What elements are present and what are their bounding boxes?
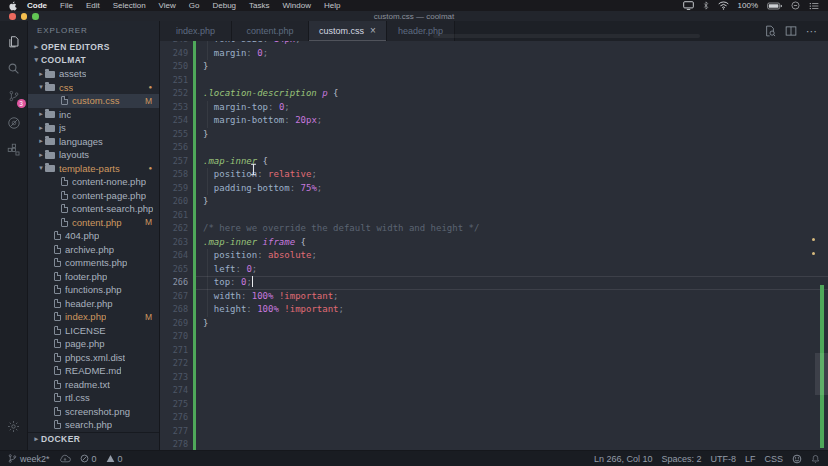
code-line[interactable]: 276 xyxy=(160,411,828,425)
code-line[interactable]: 262/* here we override the default width… xyxy=(160,222,828,236)
menu-list-icon[interactable] xyxy=(809,2,819,10)
activity-explorer-icon[interactable] xyxy=(0,28,28,55)
code-line[interactable]: 272 xyxy=(160,357,828,371)
code-line[interactable]: 271 xyxy=(160,344,828,358)
line-number[interactable]: 261 xyxy=(160,209,188,223)
menu-edit[interactable]: Edit xyxy=(86,1,100,10)
code-line[interactable]: 249 margin: 0; xyxy=(160,47,828,61)
menu-file[interactable]: File xyxy=(60,1,73,10)
code-line[interactable]: 265 left: 0; xyxy=(160,263,828,277)
code-line[interactable]: 252.location-description p { xyxy=(160,87,828,101)
line-number[interactable]: 265 xyxy=(160,263,188,277)
tab-content.php[interactable]: content.php xyxy=(232,21,309,41)
line-number[interactable]: 258 xyxy=(160,168,188,182)
code-line[interactable]: 267 width: 100% !important; xyxy=(160,290,828,304)
code-line[interactable]: 254 margin-bottom: 20px; xyxy=(160,114,828,128)
tree-folder-template-parts[interactable]: ▾template-parts● xyxy=(28,162,159,176)
menu-help[interactable]: Help xyxy=(324,1,340,10)
status-git-branch[interactable]: week2* xyxy=(8,453,50,464)
menu-selection[interactable]: Selection xyxy=(113,1,146,10)
tree-file-screenshot.png[interactable]: screenshot.png xyxy=(28,405,159,419)
status-feedback[interactable] xyxy=(792,454,802,464)
line-number[interactable]: 257 xyxy=(160,155,188,169)
battery-level[interactable]: 100% xyxy=(738,1,758,10)
code-line[interactable]: 255} xyxy=(160,128,828,142)
tree-file-search.php[interactable]: search.php xyxy=(28,418,159,432)
code-line[interactable]: 266 top: 0; xyxy=(160,276,828,290)
tab-header.php[interactable]: header.php xyxy=(387,21,455,41)
line-number[interactable]: 254 xyxy=(160,114,188,128)
activity-settings-icon[interactable] xyxy=(0,413,28,440)
tree-file-readme.md[interactable]: README.md xyxy=(28,364,159,378)
menu-code[interactable]: Code xyxy=(27,1,47,10)
line-number[interactable]: 268 xyxy=(160,303,188,317)
status-warnings[interactable]: 0 xyxy=(106,454,123,464)
tree-file-archive.php[interactable]: archive.php xyxy=(28,243,159,257)
code-line[interactable]: 260} xyxy=(160,195,828,209)
editor[interactable]: 248 font-size: 14px;249 margin: 0;250}25… xyxy=(160,41,828,450)
line-number[interactable]: 267 xyxy=(160,290,188,304)
control-center-icon[interactable] xyxy=(791,1,800,10)
code-line[interactable]: 259 padding-bottom: 75%; xyxy=(160,182,828,196)
line-number[interactable]: 255 xyxy=(160,128,188,142)
code-line[interactable]: 269} xyxy=(160,317,828,331)
status-encoding[interactable]: UTF-8 xyxy=(710,454,736,464)
tree-folder-layouts[interactable]: ▸layouts xyxy=(28,148,159,162)
code-line[interactable]: 256 xyxy=(160,141,828,155)
line-number[interactable]: 259 xyxy=(160,182,188,196)
menu-window[interactable]: Window xyxy=(283,1,311,10)
zoom-window-button[interactable] xyxy=(32,13,39,20)
code-line[interactable]: 257.map-inner { xyxy=(160,155,828,169)
line-number[interactable]: 262 xyxy=(160,222,188,236)
line-number[interactable]: 271 xyxy=(160,344,188,358)
activity-source-control-icon[interactable]: 3 xyxy=(0,82,28,109)
bluetooth-icon[interactable] xyxy=(703,1,709,10)
tree-file-index.php[interactable]: index.phpM xyxy=(28,310,159,324)
line-number[interactable]: 274 xyxy=(160,384,188,398)
line-number[interactable]: 272 xyxy=(160,357,188,371)
line-number[interactable]: 260 xyxy=(160,195,188,209)
minimize-window-button[interactable] xyxy=(21,13,28,20)
tree-file-license[interactable]: LICENSE xyxy=(28,324,159,338)
line-number[interactable]: 276 xyxy=(160,411,188,425)
code-line[interactable]: 264 position: absolute; xyxy=(160,249,828,263)
tree-file-functions.php[interactable]: functions.php xyxy=(28,283,159,297)
status-eol[interactable]: LF xyxy=(745,454,756,464)
tree-folder-languages[interactable]: ▸languages xyxy=(28,135,159,149)
tree-file-footer.php[interactable]: footer.php xyxy=(28,270,159,284)
line-number[interactable]: 252 xyxy=(160,87,188,101)
open-preview-icon[interactable] xyxy=(764,25,776,37)
activity-debug-icon[interactable] xyxy=(0,109,28,136)
code-line[interactable]: 273 xyxy=(160,371,828,385)
status-cursor-position[interactable]: Ln 266, Col 10 xyxy=(594,454,653,464)
code-line[interactable]: 274 xyxy=(160,384,828,398)
tab-index.php[interactable]: index.php xyxy=(160,21,232,41)
close-tab-icon[interactable]: × xyxy=(370,26,376,36)
line-number[interactable]: 253 xyxy=(160,101,188,115)
line-number[interactable]: 269 xyxy=(160,317,188,331)
code-line[interactable]: 277 xyxy=(160,425,828,439)
tree-file-content-none.php[interactable]: content-none.php xyxy=(28,175,159,189)
code-line[interactable]: 278 xyxy=(160,438,828,450)
line-number[interactable]: 264 xyxy=(160,249,188,263)
code-line[interactable]: 261 xyxy=(160,209,828,223)
apple-menu-icon[interactable] xyxy=(9,1,17,11)
tree-file-content-search.php[interactable]: content-search.php xyxy=(28,202,159,216)
code-line[interactable]: 253 margin-top: 0; xyxy=(160,101,828,115)
tree-file-content.php[interactable]: content.phpM xyxy=(28,216,159,230)
close-window-button[interactable] xyxy=(9,13,16,20)
line-number[interactable]: 249 xyxy=(160,47,188,61)
line-number[interactable]: 256 xyxy=(160,141,188,155)
line-number[interactable]: 266 xyxy=(160,276,188,290)
line-number[interactable]: 263 xyxy=(160,236,188,250)
menu-go[interactable]: Go xyxy=(189,1,200,10)
display-icon[interactable] xyxy=(683,1,694,10)
tree-file-phpcs.xml.dist[interactable]: phpcs.xml.dist xyxy=(28,351,159,365)
code-line[interactable]: 251 xyxy=(160,74,828,88)
line-number[interactable]: 270 xyxy=(160,330,188,344)
tree-folder-assets[interactable]: ▸assets xyxy=(28,67,159,81)
code-line[interactable]: 263.map-inner iframe { xyxy=(160,236,828,250)
code-line[interactable]: 258 position: relative; xyxy=(160,168,828,182)
status-notifications[interactable] xyxy=(811,454,820,464)
code-line[interactable]: 250} xyxy=(160,60,828,74)
